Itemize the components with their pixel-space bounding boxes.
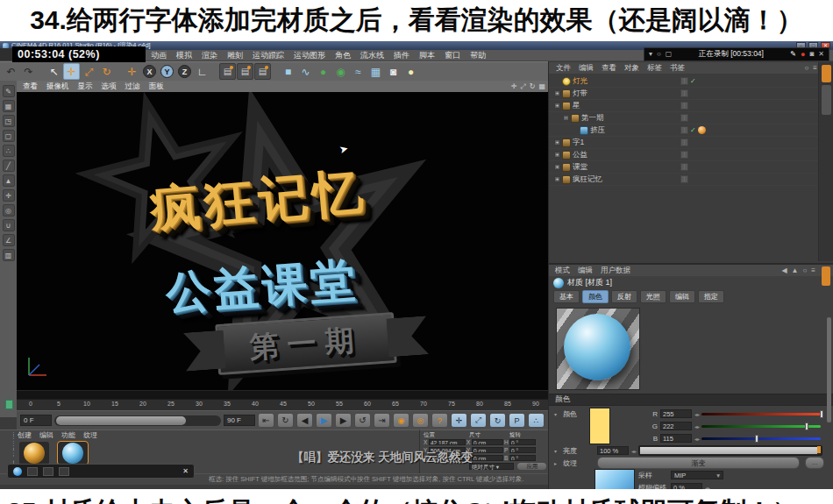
- attr-menu-userdata[interactable]: 用户数据: [601, 266, 630, 276]
- selection-tool-icon[interactable]: ↖: [46, 63, 62, 80]
- solo-mode-icon[interactable]: ◎: [3, 204, 15, 217]
- om-menu-view[interactable]: 查看: [602, 63, 616, 74]
- om-menu-objects[interactable]: 对象: [624, 63, 639, 74]
- move-tool-icon[interactable]: ✛: [63, 63, 80, 80]
- axis-y-button[interactable]: Y: [160, 65, 174, 78]
- loop-button[interactable]: ↺: [354, 413, 371, 428]
- expand-icon[interactable]: +: [554, 103, 560, 109]
- polygons-mode-icon[interactable]: ▲: [3, 174, 15, 187]
- visibility-dots-icon[interactable]: ⋮: [680, 126, 688, 134]
- expand-icon[interactable]: +: [554, 176, 560, 182]
- vp-menu-panel[interactable]: 面板: [149, 82, 164, 92]
- brightness-handle[interactable]: [817, 446, 821, 453]
- timeline-range-thumb[interactable]: [56, 416, 186, 425]
- render-settings-icon[interactable]: ▤: [254, 63, 271, 80]
- render-region-icon[interactable]: ▤: [237, 63, 253, 80]
- key-pla-toggle[interactable]: ∴: [528, 413, 545, 428]
- workplane-icon[interactable]: ▢: [3, 130, 15, 142]
- object-row[interactable]: + 灯带 ⋮: [549, 88, 819, 100]
- texture-mode-icon[interactable]: ◳: [3, 115, 15, 127]
- next-frame-button[interactable]: ▶: [335, 413, 352, 428]
- keyframe-help-button[interactable]: ?: [431, 413, 448, 428]
- undo-icon[interactable]: ↶: [3, 63, 19, 80]
- add-spline-icon[interactable]: ∿: [297, 63, 314, 80]
- brightness-field[interactable]: 100 %: [597, 446, 629, 455]
- viewport-canvas[interactable]: 疯狂记忆 公益课堂 第一期 ➤: [17, 92, 548, 391]
- add-light-icon[interactable]: ●: [402, 63, 419, 80]
- collapse-icon[interactable]: –: [563, 115, 569, 121]
- history-back-icon[interactable]: ◀: [781, 266, 787, 274]
- om-search-icon[interactable]: ○: [804, 64, 808, 72]
- autokey-button[interactable]: ◎: [412, 413, 429, 428]
- expand-icon[interactable]: +: [554, 152, 560, 158]
- make-editable-icon[interactable]: ✎: [3, 85, 15, 97]
- enabled-check-icon[interactable]: ✓: [690, 77, 696, 85]
- scroll-thumb[interactable]: [822, 85, 831, 115]
- menu-sculpt[interactable]: 雕刻: [227, 50, 243, 61]
- apply-button[interactable]: 应用: [517, 463, 546, 470]
- timeline-ruler[interactable]: 0 5 10 15 20 25 30 35 40 45 50 55 60 65 …: [17, 399, 548, 410]
- om-menu-bookmarks[interactable]: 书签: [670, 63, 685, 74]
- enabled-check-icon[interactable]: ✓: [690, 126, 696, 134]
- axis-z-button[interactable]: Z: [178, 65, 191, 78]
- om-menu-file[interactable]: 文件: [556, 63, 571, 74]
- record-keyframe-button[interactable]: ◉: [393, 413, 409, 428]
- object-row[interactable]: + 字1 ⋮: [549, 137, 819, 149]
- menu-animation[interactable]: 动画: [151, 50, 167, 61]
- attr-search-icon[interactable]: ○: [802, 266, 807, 274]
- vp-menu-cameras[interactable]: 摄像机: [46, 82, 69, 92]
- menu-pipeline[interactable]: 流水线: [360, 50, 384, 61]
- position-x-field[interactable]: 42.187 cm: [429, 439, 466, 445]
- b-slider[interactable]: [701, 437, 821, 440]
- model-mode-icon[interactable]: ▦: [3, 100, 15, 112]
- recorder-search-icon[interactable]: ○: [657, 51, 661, 58]
- chevron-down-icon[interactable]: ▾: [554, 411, 560, 417]
- enable-axis-icon[interactable]: ✛: [3, 189, 15, 202]
- snap-icon[interactable]: ∪: [3, 219, 15, 231]
- add-generator-icon[interactable]: ●: [315, 63, 331, 80]
- add-environment-icon[interactable]: ≈: [350, 63, 367, 80]
- stepper-icon[interactable]: ◂▸: [631, 448, 636, 454]
- visibility-dots-icon[interactable]: ⋮: [680, 151, 688, 159]
- sampling-dropdown[interactable]: MIP▾: [671, 471, 723, 479]
- rotate-tool-icon[interactable]: ↻: [98, 63, 115, 80]
- r-slider[interactable]: [701, 413, 821, 415]
- attr-menu-edit[interactable]: 编辑: [578, 266, 593, 276]
- mat-menu-create[interactable]: 创建: [18, 430, 32, 440]
- g-slider-knob[interactable]: [805, 422, 808, 430]
- play-loop-button[interactable]: ↻: [277, 413, 294, 428]
- color-section-header[interactable]: 颜色: [549, 394, 833, 406]
- attr-menu-mode[interactable]: 模式: [555, 266, 570, 276]
- g-value-field[interactable]: 222: [660, 422, 692, 430]
- recorder-screen-button[interactable]: [59, 467, 69, 476]
- material-tag-icon[interactable]: [698, 126, 706, 134]
- vp-menu-options[interactable]: 选项: [102, 82, 117, 92]
- menu-window[interactable]: 窗口: [445, 50, 460, 61]
- visibility-dots-icon[interactable]: ⋮: [680, 89, 688, 97]
- tab-illumination[interactable]: 光照: [640, 290, 666, 303]
- menu-simulate[interactable]: 模拟: [176, 50, 192, 61]
- mat-menu-edit[interactable]: 编辑: [39, 430, 53, 440]
- stepper-icon[interactable]: ◂▸: [694, 436, 699, 442]
- size-mode-dropdown[interactable]: 绝对尺寸 ▾: [469, 463, 514, 470]
- expand-icon[interactable]: +: [554, 90, 560, 96]
- toggle-views-icon[interactable]: ▦: [538, 82, 545, 90]
- object-row[interactable]: + 课堂 ⋮: [549, 161, 819, 174]
- add-primitive-icon[interactable]: ■: [280, 63, 296, 80]
- visibility-dots-icon[interactable]: ⋮: [680, 77, 688, 85]
- goto-start-button[interactable]: ⇤: [258, 413, 274, 428]
- material-preview[interactable]: [556, 308, 640, 390]
- g-slider[interactable]: [701, 425, 821, 428]
- recorder-close-icon[interactable]: ✕: [818, 51, 824, 58]
- object-row-extrude[interactable]: 挤压 ⋮✓: [549, 124, 819, 137]
- tab-reflection[interactable]: 反射: [611, 290, 637, 303]
- visibility-dots-icon[interactable]: ⋮: [680, 138, 688, 146]
- size-y-field[interactable]: 0 cm: [472, 447, 503, 453]
- play-button[interactable]: ▶: [316, 413, 332, 428]
- tab-editor[interactable]: 编辑: [669, 290, 695, 303]
- om-menu-tags[interactable]: 标签: [647, 63, 662, 74]
- visibility-dots-icon[interactable]: ⋮: [680, 163, 688, 171]
- visibility-dots-icon[interactable]: ⋮: [680, 102, 688, 110]
- expand-icon[interactable]: +: [554, 164, 560, 170]
- goto-end-button[interactable]: ⇥: [374, 413, 390, 428]
